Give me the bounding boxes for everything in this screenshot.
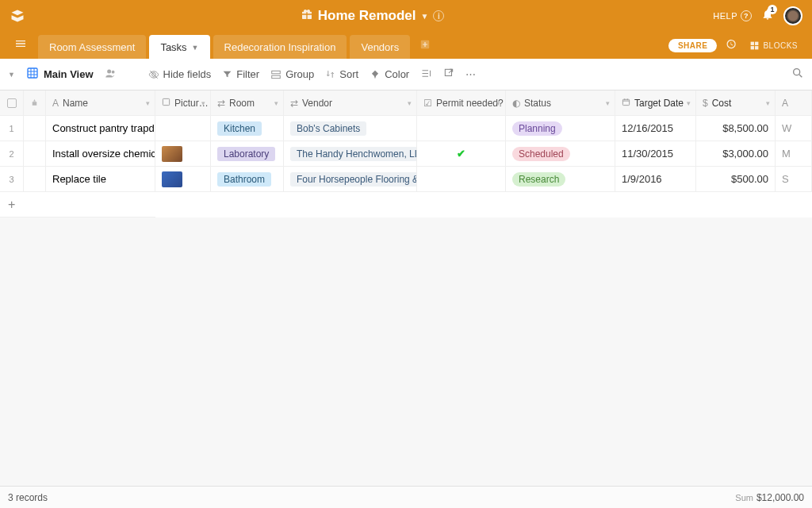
expand-row-button[interactable] [24, 116, 46, 140]
blocks-label: BLOCKS [763, 41, 798, 50]
row-number[interactable]: 3 [0, 167, 24, 191]
chevron-down-icon[interactable]: ▾ [766, 99, 770, 107]
svg-point-11 [794, 69, 800, 75]
collaborators-icon[interactable] [105, 67, 117, 82]
tab-tasks[interactable]: Tasks ▼ [149, 35, 209, 59]
cell-room[interactable]: Laboratory [211, 141, 284, 166]
cell-extra[interactable]: M [776, 141, 812, 166]
blocks-button[interactable]: BLOCKS [745, 40, 802, 51]
cell-room[interactable]: Bathroom [211, 167, 284, 191]
column-header-cost[interactable]: $ Cost ▾ [696, 90, 776, 115]
column-header-permit[interactable]: ☑ Permit needed? ▾ [417, 90, 506, 115]
cell-permit[interactable] [417, 167, 506, 191]
cell-status[interactable]: Planning [506, 116, 615, 140]
search-icon[interactable] [791, 67, 804, 82]
views-sidebar-toggle[interactable]: ▼ [8, 71, 15, 79]
more-icon[interactable]: ⋯ [465, 68, 476, 80]
view-switcher[interactable]: Main View [26, 67, 94, 82]
chevron-down-icon[interactable]: ▾ [274, 99, 278, 107]
user-avatar[interactable] [783, 6, 802, 25]
table-row[interactable]: 2 Install oversize chemical … Laboratory… [0, 141, 812, 167]
cell-extra[interactable]: S [776, 167, 812, 191]
tab-room-assessment[interactable]: Room Assessment [38, 35, 146, 59]
chevron-down-icon[interactable]: ▾ [687, 99, 691, 107]
history-icon[interactable] [720, 38, 741, 52]
tab-dropdown-icon[interactable]: ▼ [192, 44, 199, 52]
column-permit-label: Permit needed? [436, 98, 504, 109]
thumbnail[interactable] [162, 171, 182, 187]
base-dropdown-icon[interactable]: ▼ [421, 12, 429, 21]
status-pill[interactable]: Scheduled [512, 147, 570, 161]
cell-vendor[interactable]: Four Horsepeople Flooring & Tile [284, 167, 417, 191]
cell-cost[interactable]: $3,000.00 [696, 141, 776, 166]
menu-icon[interactable] [10, 33, 32, 58]
row-number[interactable]: 1 [0, 116, 24, 140]
tab-vendors[interactable]: Vendors [350, 35, 410, 59]
row-number[interactable]: 2 [0, 141, 24, 166]
vendor-tag[interactable]: Four Horsepeople Flooring & Tile [290, 172, 417, 187]
cell-vendor[interactable]: The Handy Henchwomen, LLC [284, 141, 417, 166]
info-icon[interactable]: i [433, 10, 444, 21]
cell-picture[interactable] [155, 141, 211, 166]
base-icon [301, 8, 313, 24]
share-button[interactable]: SHARE [668, 39, 718, 52]
add-row-button[interactable]: + [0, 192, 155, 217]
help-button[interactable]: HELP ? [713, 10, 752, 21]
status-pill[interactable]: Planning [512, 121, 562, 136]
cell-name[interactable]: Install oversize chemical … [46, 141, 155, 166]
add-column-button[interactable]: A [776, 90, 812, 115]
column-header-name[interactable]: A Name ▾ [46, 90, 155, 115]
room-tag[interactable]: Laboratory [217, 147, 275, 161]
expand-row-button[interactable] [24, 141, 46, 166]
chevron-down-icon[interactable]: ▾ [408, 99, 412, 107]
sort-button[interactable]: Sort [325, 68, 358, 80]
tab-redecoration-inspiration[interactable]: Redecoration Inspiration [213, 35, 347, 59]
notifications-button[interactable]: 1 [761, 8, 774, 24]
expand-column-header [24, 90, 46, 115]
cell-room[interactable]: Kitchen [211, 116, 284, 140]
cell-permit[interactable] [417, 116, 506, 140]
column-header-room[interactable]: ⇄ Room ▾ [211, 90, 284, 115]
base-title[interactable]: Home Remodel [318, 8, 416, 24]
cell-cost[interactable]: $500.00 [696, 167, 776, 191]
cell-status[interactable]: Scheduled [506, 141, 615, 166]
table-row[interactable]: 3 Replace tile Bathroom Four Horsepeople… [0, 167, 812, 192]
status-pill[interactable]: Research [512, 172, 565, 187]
cell-name[interactable]: Replace tile [46, 167, 155, 191]
filter-button[interactable]: Filter [222, 68, 259, 80]
chevron-down-icon[interactable]: ▾ [146, 99, 150, 107]
cell-date[interactable]: 11/30/2015 [615, 141, 696, 166]
cell-picture[interactable] [155, 167, 211, 191]
chevron-down-icon[interactable]: ▾ [496, 99, 500, 107]
cell-permit[interactable]: ✔ [417, 141, 506, 166]
color-button[interactable]: Color [370, 68, 409, 80]
column-header-status[interactable]: ◐ Status ▾ [506, 90, 615, 115]
cell-cost[interactable]: $8,500.00 [696, 116, 776, 140]
select-all-checkbox[interactable] [0, 90, 24, 115]
cell-extra[interactable]: W [776, 116, 812, 140]
cell-date[interactable]: 1/9/2016 [615, 167, 696, 191]
vendor-tag[interactable]: Bob's Cabinets [290, 121, 366, 136]
vendor-tag[interactable]: The Handy Henchwomen, LLC [290, 147, 417, 161]
room-tag[interactable]: Kitchen [217, 121, 262, 136]
room-tag[interactable]: Bathroom [217, 172, 271, 187]
chevron-down-icon[interactable]: ▾ [606, 99, 610, 107]
column-header-picture[interactable]: Pictur… ▾ [155, 90, 211, 115]
app-logo[interactable] [10, 8, 25, 24]
column-header-target-date[interactable]: Target Date ▾ [615, 90, 696, 115]
column-header-vendor[interactable]: ⇄ Vendor ▾ [284, 90, 417, 115]
cell-name[interactable]: Construct pantry trapdoor [46, 116, 155, 140]
group-button[interactable]: Group [270, 68, 314, 80]
cell-picture[interactable] [155, 116, 211, 140]
cell-status[interactable]: Research [506, 167, 615, 191]
row-height-icon[interactable] [420, 67, 432, 82]
hide-fields-button[interactable]: Hide fields [148, 68, 212, 80]
cell-date[interactable]: 12/16/2015 [615, 116, 696, 140]
share-view-icon[interactable] [443, 67, 454, 81]
add-tab-button[interactable] [413, 34, 437, 57]
chevron-down-icon[interactable]: ▾ [201, 99, 205, 107]
cell-vendor[interactable]: Bob's Cabinets [284, 116, 417, 140]
table-row[interactable]: 1 Construct pantry trapdoor Kitchen Bob'… [0, 116, 812, 141]
thumbnail[interactable] [162, 146, 182, 162]
expand-row-button[interactable] [24, 167, 46, 191]
